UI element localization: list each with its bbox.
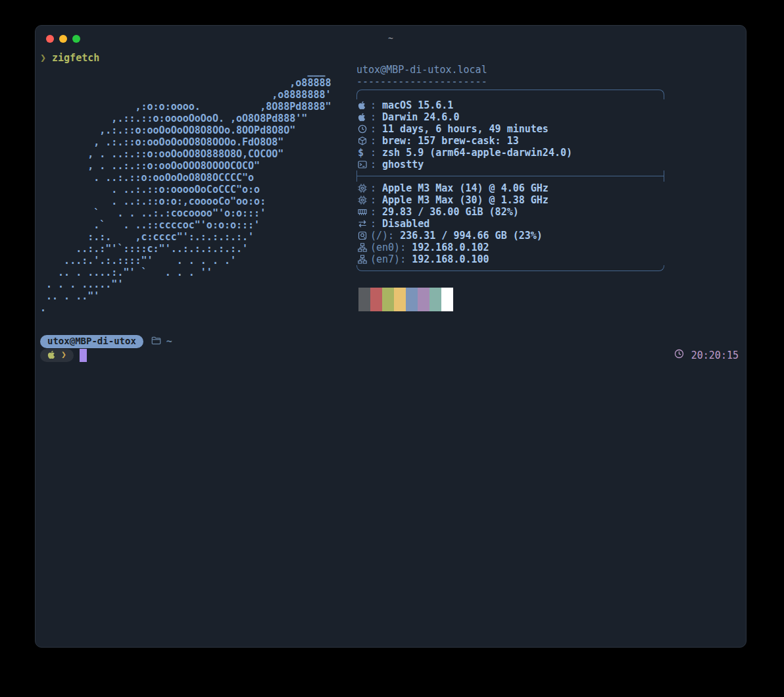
palette-swatch-green [382, 288, 394, 311]
fetch-row-label: : [370, 182, 376, 194]
fetch-row-label: : [370, 218, 376, 230]
fetch-row: :Apple M3 Max (14) @ 4.06 GHz [356, 182, 664, 194]
user-host-badge: utox@MBP-di-utox [40, 335, 143, 348]
fetch-row-value: 192.168.0.102 [412, 242, 489, 253]
dollar-icon: $ [358, 147, 370, 159]
prompt-time: 20:20:15 [691, 349, 739, 361]
disk-icon [358, 231, 370, 240]
fetch-row: :11 days, 6 hours, 49 minutes [356, 123, 664, 135]
prompt-line-context: utox@MBP-di-utox ~ [40, 335, 172, 348]
fetch-row: :Apple M3 Max (30) @ 1.38 GHz [356, 194, 664, 206]
color-palette [358, 288, 664, 311]
window-title: ~ [36, 32, 746, 44]
fetch-row-label: : [370, 135, 376, 147]
fetch-row: :macOS 15.6.1 [356, 99, 664, 111]
fetch-row: :ghostty [356, 159, 664, 170]
divider [356, 176, 664, 176]
fetch-box-border-middle [356, 170, 664, 182]
fetch-row: :brew: 157 brew-cask: 13 [356, 135, 664, 147]
fetch-row-value: zsh 5.9 (arm64-apple-darwin24.0) [382, 147, 572, 159]
cpu-icon [358, 184, 370, 193]
clock-icon [674, 349, 684, 361]
divider-tick-left [356, 170, 357, 182]
palette-swatch-black [358, 288, 370, 311]
fetch-row: (en0):192.168.0.102 [356, 242, 664, 253]
prompt-clock: 20:20:15 [674, 349, 739, 361]
memory-icon [358, 207, 370, 217]
fetch-row-label: : [370, 111, 376, 123]
palette-swatch-blue [406, 288, 418, 311]
fetch-row-label: : [370, 147, 376, 159]
fetch-row-label: : [370, 99, 376, 111]
prompt-input-line[interactable]: ❯ [40, 348, 87, 362]
palette-swatch-magenta [418, 288, 429, 311]
prompt-symbol: ❯ [40, 52, 46, 64]
palette-swatch-red [370, 288, 382, 311]
clock-icon [358, 124, 370, 134]
apple-icon [358, 101, 370, 110]
fetch-row-value: ghostty [382, 159, 424, 170]
fetch-row: (/):236.31 / 994.66 GB (23%) [356, 230, 664, 242]
fetch-row-value: Darwin 24.6.0 [382, 111, 459, 123]
network-icon [358, 243, 370, 252]
fetch-row-label: (en0): [370, 242, 406, 253]
fetch-info-panel: utox@MBP-di-utox.local -----------------… [356, 64, 664, 311]
ascii-art-shell: ___ ,o88888 ,o8888888' ,:o:o:oooo. ,8O88… [40, 65, 331, 314]
terminal-icon [358, 160, 370, 169]
fetch-row-value: 192.168.0.100 [412, 253, 489, 265]
fetch-row-label: : [370, 206, 376, 218]
swap-icon [358, 219, 370, 228]
fetch-box-border-top [356, 90, 664, 99]
fetch-section-hardware: :Apple M3 Max (14) @ 4.06 GHz:Apple M3 M… [356, 182, 664, 265]
divider-tick-right [664, 170, 664, 182]
text-cursor[interactable] [80, 349, 87, 362]
fetch-host: utox@MBP-di-utox.local [356, 64, 664, 76]
fetch-row-value: 236.31 / 994.66 GB (23%) [400, 230, 543, 242]
fetch-row: :Darwin 24.6.0 [356, 111, 664, 123]
fetch-row-label: : [370, 159, 376, 170]
folder-icon [151, 336, 161, 348]
fetch-row-label: (en7): [370, 253, 406, 265]
fetch-row: (en7):192.168.0.100 [356, 253, 664, 265]
fetch-row-label: : [370, 194, 376, 206]
fetch-row-value: 11 days, 6 hours, 49 minutes [382, 123, 549, 135]
palette-swatch-white [441, 288, 453, 311]
fetch-row-value: Disabled [382, 218, 429, 230]
fetch-row: :29.83 / 36.00 GiB (82%) [356, 206, 664, 218]
executed-command-line: ❯zigfetch [40, 52, 99, 64]
prompt-arrow: ❯ [61, 349, 66, 361]
package-icon [358, 136, 370, 145]
apple-icon [47, 350, 55, 359]
gpu-icon [358, 195, 370, 205]
fetch-row: :Disabled [356, 218, 664, 230]
fetch-host-underline: ---------------------- [356, 76, 664, 88]
fetch-row-value: Apple M3 Max (30) @ 1.38 GHz [382, 194, 549, 206]
fetch-row: $:zsh 5.9 (arm64-apple-darwin24.0) [356, 147, 664, 159]
fetch-box-border-bottom [356, 265, 664, 271]
terminal-window: ~ ❯zigfetch ___ ,o88888 ,o8888888' ,:o:o… [35, 25, 747, 648]
command-text: zigfetch [52, 52, 99, 64]
fetch-section-system: :macOS 15.6.1:Darwin 24.6.0:11 days, 6 h… [356, 99, 664, 170]
shell-prompt-badge: ❯ [40, 349, 74, 362]
network-icon [358, 255, 370, 264]
fetch-row-value: macOS 15.6.1 [382, 99, 453, 111]
cwd-path: ~ [166, 336, 172, 348]
current-directory: ~ [151, 336, 172, 348]
apple-icon [358, 113, 370, 122]
fetch-row-value: 29.83 / 36.00 GiB (82%) [382, 206, 519, 218]
fetch-row-value: Apple M3 Max (14) @ 4.06 GHz [382, 182, 549, 194]
palette-swatch-cyan [429, 288, 441, 311]
fetch-row-label: (/): [370, 230, 394, 242]
fetch-row-label: : [370, 123, 376, 135]
palette-swatch-yellow [394, 288, 406, 311]
fetch-row-value: brew: 157 brew-cask: 13 [382, 135, 519, 147]
